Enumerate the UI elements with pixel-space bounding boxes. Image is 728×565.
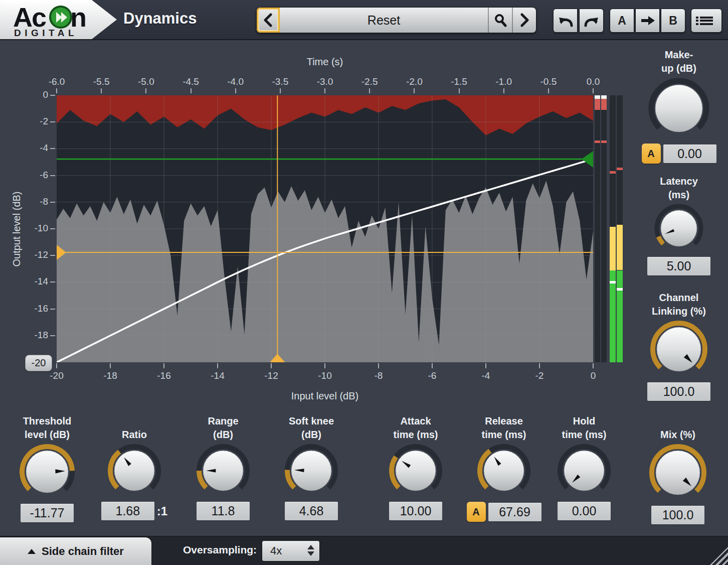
meter-segment — [601, 99, 607, 110]
latency-value[interactable]: 5.00 — [647, 257, 710, 275]
time-tick-label: -4.5 — [183, 76, 199, 87]
release-auto-button[interactable]: A — [467, 502, 486, 522]
meter-peak-mark — [601, 140, 607, 143]
meter-peak-mark — [595, 140, 600, 143]
preset-a-button[interactable]: A — [610, 9, 634, 33]
range-group: Range(dB) 11.8 — [180, 411, 266, 520]
attack-value[interactable]: 10.00 — [389, 502, 442, 520]
input-tick-label: -14 — [211, 370, 224, 381]
output-tick-label: -14 — [18, 276, 48, 287]
redo-icon — [583, 13, 600, 28]
meter-peak-mark — [610, 281, 616, 284]
knob-label: Mix (%) — [660, 411, 695, 442]
tick-mark — [101, 88, 102, 93]
time-tick-label: -2.5 — [361, 76, 378, 87]
tick-mark — [414, 88, 415, 93]
preset-b-button[interactable]: B — [661, 9, 685, 33]
tick-mark — [50, 335, 55, 336]
dynamics-graph[interactable] — [57, 95, 593, 362]
preset-name[interactable]: Reset — [280, 8, 488, 33]
ratio-knob[interactable] — [105, 442, 163, 500]
attack-knob[interactable] — [387, 442, 445, 500]
preset-next-button[interactable] — [513, 8, 536, 33]
soft-knee-knob[interactable] — [282, 442, 340, 500]
oversampling-value: 4x — [270, 544, 282, 557]
level-meters — [595, 95, 626, 362]
tick-mark — [432, 363, 433, 368]
knob-label: Range(dB) — [208, 411, 238, 442]
ratio-value[interactable]: 1.68 — [101, 502, 154, 520]
knob-ball — [661, 210, 697, 246]
mix-knob[interactable] — [647, 442, 709, 504]
page-title: Dynamics — [123, 10, 197, 28]
tick-mark — [191, 88, 192, 93]
side-chain-filter-button[interactable]: Side chain filter — [0, 537, 151, 565]
hold-knob[interactable] — [555, 442, 613, 500]
soft-knee-value[interactable]: 4.68 — [285, 502, 338, 520]
meter-segment — [617, 225, 623, 270]
soft-knee-group: Soft knee(dB) 4.68 — [268, 411, 354, 520]
time-tick-label: -0.5 — [540, 76, 557, 87]
tick-mark — [56, 88, 57, 93]
range-value[interactable]: 11.8 — [197, 502, 250, 520]
mix-value[interactable]: 100.0 — [651, 506, 704, 524]
meter-peak-mark — [610, 171, 616, 174]
redo-button[interactable] — [579, 9, 604, 33]
input-axis-title: Input level (dB) — [57, 390, 593, 402]
mix-group: Mix (%) 100.0 — [635, 411, 721, 524]
undo-button[interactable] — [553, 9, 578, 33]
time-tick-label: -3.0 — [317, 76, 333, 87]
threshold-knob[interactable] — [17, 442, 77, 502]
knob-value-arc — [658, 236, 663, 244]
undo-icon — [557, 13, 574, 28]
time-tick-label: -1.5 — [451, 76, 467, 87]
tick-mark — [50, 202, 55, 203]
knob-label: Holdtime (ms) — [562, 411, 607, 442]
menu-button[interactable] — [691, 9, 722, 33]
knob-ball — [396, 451, 436, 491]
knob-label: Thresholdlevel (dB) — [23, 411, 72, 442]
latency-knob[interactable] — [652, 202, 705, 255]
makeup-knob[interactable] — [646, 75, 712, 142]
input-tick-label: -6 — [428, 370, 437, 381]
preset-search-button[interactable] — [489, 8, 512, 33]
arrow-right-icon — [640, 15, 655, 26]
ratio-group: Ratio 1.68 :1 — [91, 411, 177, 520]
tick-mark — [485, 363, 486, 368]
channel-linking-value[interactable]: 100.0 — [647, 382, 710, 401]
time-tick-label: -5.0 — [138, 76, 154, 87]
threshold-value[interactable]: -11.77 — [21, 504, 74, 522]
hold-value[interactable]: 0.00 — [558, 502, 611, 520]
output-tick-label: -10 — [18, 223, 48, 234]
tick-mark — [503, 88, 504, 93]
copy-a-to-b-button[interactable] — [635, 9, 660, 33]
axis-corner-badge[interactable]: -20 — [25, 355, 52, 371]
preset-bar: Reset — [256, 7, 536, 33]
channel-linking-knob[interactable] — [648, 318, 710, 380]
release-value[interactable]: 67.69 — [488, 503, 541, 521]
time-tick-label: -1.0 — [495, 76, 512, 87]
output-tick-label: -6 — [18, 170, 48, 181]
makeup-group: Make-up (dB) A 0.00 — [633, 45, 724, 164]
tick-mark — [50, 175, 55, 176]
release-knob[interactable] — [475, 442, 533, 500]
oversampling-select[interactable]: 4x — [262, 540, 320, 561]
makeup-auto-button[interactable]: A — [642, 144, 661, 164]
output-tick-label: -8 — [18, 196, 48, 207]
input-tick-label: -10 — [318, 370, 331, 381]
preset-prev-button[interactable] — [257, 8, 280, 33]
list-menu-icon — [700, 15, 713, 26]
range-knob[interactable] — [194, 442, 252, 500]
ab-compare-group: A B — [610, 9, 685, 33]
gain-reduction-left-meter — [595, 95, 600, 362]
output-tick-label: 0 — [18, 89, 48, 100]
tick-mark — [163, 363, 164, 368]
tick-mark — [56, 363, 57, 368]
tick-mark — [378, 363, 379, 368]
meter-segment — [610, 227, 616, 270]
makeup-value[interactable]: 0.00 — [663, 145, 716, 163]
tick-mark — [324, 88, 325, 93]
tick-mark — [235, 88, 236, 93]
input-tick-label: -16 — [157, 370, 170, 381]
ratio-suffix: :1 — [157, 504, 167, 518]
